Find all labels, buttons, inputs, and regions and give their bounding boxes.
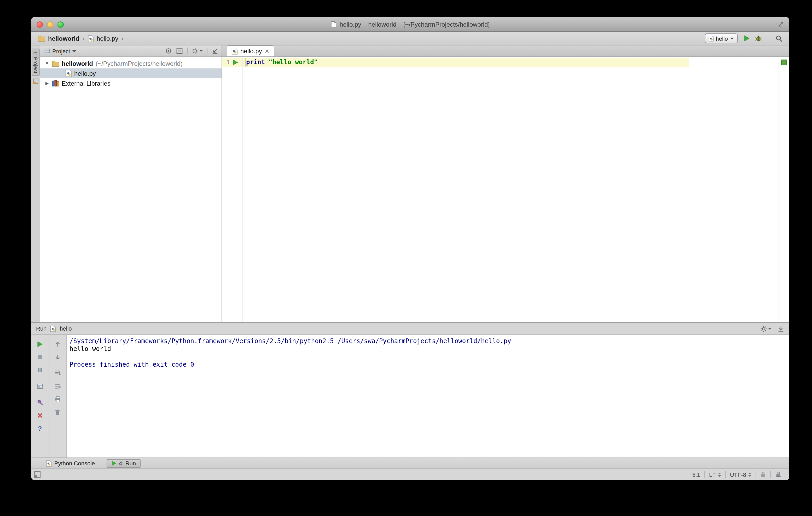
code-editor[interactable]: 1 print"hello world" <box>222 57 789 322</box>
project-view-icon <box>45 48 50 54</box>
python-console-icon <box>46 460 52 467</box>
tool-window-bar: Python Console 4: Run <box>31 457 789 468</box>
toolwindow-toggle-icon[interactable] <box>34 471 41 478</box>
status-bar: 5:1 LF UTF-8 <box>31 468 789 480</box>
tool-window-stripe: 1: Project <box>31 45 40 322</box>
python-console-tab[interactable]: Python Console <box>42 458 99 468</box>
python-file-icon <box>88 35 94 42</box>
hide-panel-icon[interactable] <box>212 48 219 54</box>
help-button[interactable]: ? <box>35 424 45 433</box>
close-tab-icon[interactable]: ✕ <box>265 48 269 54</box>
breadcrumb-item-file[interactable]: hello.py <box>88 35 118 42</box>
tree-row-external-libraries[interactable]: ▶ External Libraries <box>40 78 222 88</box>
console-line: hello world <box>69 345 789 353</box>
python-file-icon <box>65 69 72 77</box>
pycharm-window: hello.py – helloworld – [~/PycharmProjec… <box>31 17 789 480</box>
code-line-1: print"hello world" <box>246 58 318 67</box>
divider <box>207 48 207 54</box>
scroll-to-end-icon[interactable] <box>53 368 63 378</box>
chevron-down-icon <box>768 328 771 329</box>
next-occurrence-icon[interactable] <box>53 352 63 362</box>
encoding-widget[interactable]: UTF-8 <box>726 472 756 478</box>
chevron-down-icon <box>200 50 203 52</box>
navigation-bar: helloworld › hello.py › hello <box>31 32 789 45</box>
chevron-right-icon: › <box>83 35 85 42</box>
titlebar[interactable]: hello.py – helloworld – [~/PycharmProjec… <box>31 17 789 32</box>
console-line: Process finished with exit code 0 <box>69 361 789 369</box>
run-tab-icon <box>111 461 116 466</box>
run-line-icon[interactable] <box>233 60 238 65</box>
panel-settings-button[interactable] <box>192 48 203 54</box>
run-tab-label: : Run <box>122 460 136 466</box>
project-view-select[interactable]: Project <box>45 48 77 54</box>
project-stripe-icon <box>33 79 38 84</box>
editor-tab-bar: hello.py ✕ <box>222 45 789 57</box>
right-margin-guide <box>689 57 689 322</box>
zoom-window-button[interactable] <box>57 21 64 27</box>
python-run-config-icon <box>708 35 714 41</box>
run-panel-header: Run hello <box>31 323 789 335</box>
gutter-divider <box>242 57 243 322</box>
line-number: 1 <box>222 58 230 67</box>
pin-tab-icon[interactable] <box>35 397 45 407</box>
string-token: "hello world" <box>268 59 318 66</box>
editor-area: hello.py ✕ 1 print"hello world" <box>222 45 789 322</box>
breadcrumb: helloworld › hello.py › <box>38 35 123 42</box>
restore-layout-icon[interactable] <box>35 381 45 391</box>
debug-button[interactable] <box>755 35 762 42</box>
run-button[interactable] <box>743 35 750 42</box>
prev-occurrence-icon[interactable] <box>53 339 63 349</box>
run-panel-settings-button[interactable] <box>760 325 771 332</box>
tree-row-hello-py[interactable]: hello.py <box>40 68 222 78</box>
run-configuration-select[interactable]: hello <box>705 33 738 43</box>
run-console-output[interactable]: /System/Library/Frameworks/Python.framew… <box>67 335 789 457</box>
python-file-icon <box>231 48 238 55</box>
hector-inspector-icon[interactable] <box>771 471 786 478</box>
run-tab-mnemonic: 4 <box>119 460 122 466</box>
project-tree: ▼ helloworld (~/PycharmProjects/hellowor… <box>40 57 222 88</box>
run-tab[interactable]: 4: Run <box>106 459 141 468</box>
caret-position-widget[interactable]: 5:1 <box>688 472 704 478</box>
minimize-panel-icon[interactable] <box>778 325 784 332</box>
error-stripe[interactable] <box>779 57 789 322</box>
document-icon <box>331 21 337 28</box>
soft-wrap-icon[interactable] <box>53 381 63 391</box>
combo-arrows-icon <box>748 473 751 477</box>
readonly-lock-icon[interactable] <box>756 471 770 478</box>
keyword-token: print <box>246 59 265 66</box>
run-configuration-value: hello <box>716 35 728 41</box>
search-icon[interactable] <box>776 35 783 42</box>
run-config-name: hello <box>60 325 72 332</box>
screen: hello.py – helloworld – [~/PycharmProjec… <box>0 0 812 516</box>
project-panel: Project <box>40 45 222 322</box>
console-line <box>69 353 789 361</box>
rerun-button[interactable] <box>35 339 45 349</box>
project-folder-icon <box>52 60 60 67</box>
collapse-arrow-icon[interactable]: ▼ <box>45 61 50 66</box>
run-panel-title: Run <box>36 325 47 332</box>
window-title: hello.py – helloworld – [~/PycharmProjec… <box>340 21 490 28</box>
editor-tab-hello-py[interactable]: hello.py ✕ <box>227 45 274 56</box>
line-separator-widget[interactable]: LF <box>705 472 725 478</box>
tree-row-project-root[interactable]: ▼ helloworld (~/PycharmProjects/hellowor… <box>40 59 222 68</box>
scroll-from-source-icon[interactable] <box>165 48 172 54</box>
breadcrumb-item-project[interactable]: helloworld <box>38 35 80 42</box>
project-tool-window-button[interactable]: 1: Project <box>32 49 39 76</box>
inspection-status-indicator[interactable] <box>781 60 787 65</box>
stop-button[interactable] <box>35 352 45 362</box>
libraries-icon <box>52 80 60 87</box>
chevron-down-icon <box>730 37 734 39</box>
chevron-right-icon: › <box>121 35 123 42</box>
collapse-all-icon[interactable] <box>176 48 183 54</box>
close-panel-button[interactable] <box>35 411 45 420</box>
window-resize-icon[interactable] <box>778 22 784 27</box>
print-icon[interactable] <box>53 394 63 404</box>
close-window-button[interactable] <box>36 21 43 27</box>
combo-arrows-icon <box>718 473 721 477</box>
expand-arrow-icon[interactable]: ▶ <box>45 81 50 86</box>
pause-button[interactable] <box>35 365 45 375</box>
minimize-window-button[interactable] <box>47 21 53 27</box>
run-tool-window: Run hello <box>31 322 789 457</box>
run-toolbar: ? <box>31 335 67 457</box>
clear-console-icon[interactable] <box>53 407 63 417</box>
